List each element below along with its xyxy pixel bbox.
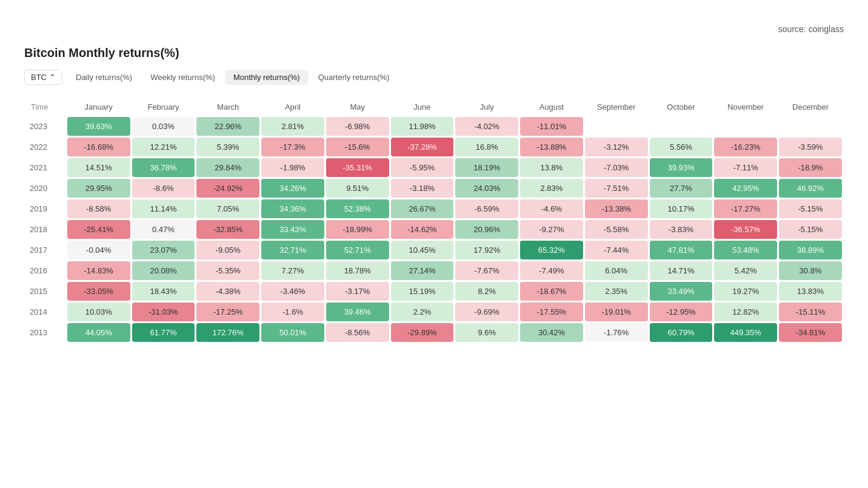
data-cell: 2.83% — [520, 179, 583, 198]
data-cell: 27.7% — [650, 179, 713, 198]
data-cell: -17.27% — [714, 199, 777, 218]
data-cell: -5.15% — [779, 220, 842, 239]
col-header-june: June — [391, 99, 454, 115]
table-row: 2019-8.58%11.14%7.05%34.36%52.38%26.67%-… — [26, 199, 842, 218]
data-cell: -1.98% — [261, 158, 324, 177]
data-cell: -34.81% — [779, 323, 842, 342]
data-cell: -9.27% — [520, 220, 583, 239]
data-cell: 17.92% — [455, 241, 518, 259]
data-cell: -3.18% — [391, 179, 454, 198]
data-cell: 52.71% — [326, 241, 389, 259]
col-header-august: August — [520, 99, 583, 115]
data-cell: 22.96% — [196, 117, 259, 136]
tab-0[interactable]: Daily returns(%) — [67, 70, 141, 85]
data-cell: 11.14% — [132, 199, 195, 218]
data-cell: 53.48% — [714, 241, 777, 259]
data-cell: -29.89% — [391, 323, 454, 342]
data-cell: 14.51% — [67, 158, 130, 177]
table-row: 202114.51%36.78%29.84%-1.98%-35.31%-5.95… — [26, 158, 842, 177]
data-cell: -16.68% — [67, 138, 130, 156]
data-cell: -16.23% — [714, 138, 777, 156]
data-cell: 39.93% — [650, 158, 713, 177]
data-cell: 52.38% — [326, 199, 389, 218]
data-cell: 20.08% — [132, 261, 195, 280]
data-cell: -4.38% — [196, 282, 259, 301]
data-cell: -19.01% — [585, 302, 648, 321]
data-cell — [779, 117, 842, 136]
data-cell: -13.38% — [585, 199, 648, 218]
data-cell: -9.05% — [196, 241, 259, 259]
data-cell: 33.49% — [650, 282, 713, 301]
tab-3[interactable]: Quarterly returns(%) — [310, 70, 398, 85]
tab-2[interactable]: Monthly returns(%) — [225, 70, 309, 85]
data-cell: -5.15% — [779, 199, 842, 218]
data-cell: -17.55% — [520, 302, 583, 321]
data-cell: 2.81% — [261, 117, 324, 136]
data-cell: -14.83% — [67, 261, 130, 280]
col-header-time: Time — [26, 99, 65, 115]
data-cell: 13.8% — [520, 158, 583, 177]
data-cell: -6.59% — [455, 199, 518, 218]
data-cell: -7.44% — [585, 241, 648, 259]
data-cell: 5.56% — [650, 138, 713, 156]
year-cell-2020: 2020 — [26, 179, 65, 198]
data-cell: -3.17% — [326, 282, 389, 301]
data-cell — [585, 117, 648, 136]
data-cell: 30.8% — [779, 261, 842, 280]
data-cell: 12.82% — [714, 302, 777, 321]
data-cell: -7.03% — [585, 158, 648, 177]
col-header-december: December — [779, 99, 842, 115]
data-cell: -1.76% — [585, 323, 648, 342]
data-cell: 0.47% — [132, 220, 195, 239]
table-row: 201410.03%-31.03%-17.25%-1.6%39.46%2.2%-… — [26, 302, 842, 321]
data-cell: 20.96% — [455, 220, 518, 239]
data-cell: 13.83% — [779, 282, 842, 301]
data-cell: -4.6% — [520, 199, 583, 218]
data-cell: 39.46% — [326, 302, 389, 321]
data-cell: 18.19% — [455, 158, 518, 177]
data-cell — [714, 117, 777, 136]
year-cell-2015: 2015 — [26, 282, 65, 301]
data-cell: 19.27% — [714, 282, 777, 301]
data-cell: 5.39% — [196, 138, 259, 156]
data-cell: 34.26% — [261, 179, 324, 198]
data-cell: 36.78% — [132, 158, 195, 177]
data-cell: 11.98% — [391, 117, 454, 136]
data-cell: 7.05% — [196, 199, 259, 218]
table-row: 2017-0.04%23.07%-9.05%32.71%52.71%10.45%… — [26, 241, 842, 259]
col-header-january: January — [67, 99, 130, 115]
data-cell: 24.03% — [455, 179, 518, 198]
col-header-september: September — [585, 99, 648, 115]
data-cell: 33.43% — [261, 220, 324, 239]
data-cell: -36.57% — [714, 220, 777, 239]
data-cell: -7.11% — [714, 158, 777, 177]
btc-selector[interactable]: BTC ⌃ — [24, 70, 62, 85]
data-cell: 50.01% — [261, 323, 324, 342]
data-cell: -11.01% — [520, 117, 583, 136]
data-cell: 9.6% — [455, 323, 518, 342]
data-cell: -15.11% — [779, 302, 842, 321]
data-cell — [650, 117, 713, 136]
col-header-november: November — [714, 99, 777, 115]
data-cell: -8.56% — [326, 323, 389, 342]
data-cell: 39.63% — [67, 117, 130, 136]
col-header-october: October — [650, 99, 713, 115]
data-cell: -8.6% — [132, 179, 195, 198]
data-cell: -6.98% — [326, 117, 389, 136]
data-cell: 2.35% — [585, 282, 648, 301]
data-cell: -17.3% — [261, 138, 324, 156]
data-cell: -8.58% — [67, 199, 130, 218]
data-cell: 65.32% — [520, 241, 583, 259]
data-cell: 449.35% — [714, 323, 777, 342]
data-cell: 8.2% — [455, 282, 518, 301]
data-cell: 2.2% — [391, 302, 454, 321]
data-cell: -32.85% — [196, 220, 259, 239]
data-cell: -25.41% — [67, 220, 130, 239]
table-row: 2018-25.41%0.47%-32.85%33.43%-18.99%-14.… — [26, 220, 842, 239]
data-cell: 47.81% — [650, 241, 713, 259]
tab-1[interactable]: Weekly returns(%) — [142, 70, 224, 85]
data-cell: 23.07% — [132, 241, 195, 259]
data-cell: -9.69% — [455, 302, 518, 321]
controls-bar: BTC ⌃ Daily returns(%)Weekly returns(%)M… — [24, 70, 844, 85]
data-cell: 30.42% — [520, 323, 583, 342]
